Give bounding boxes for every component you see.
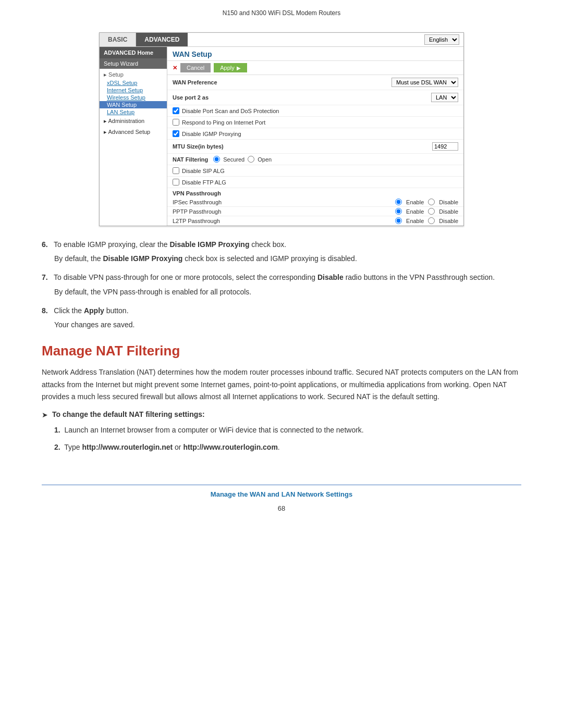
- router-sidebar: ADVANCED Home Setup Wizard ▸ Setup xDSL …: [100, 47, 167, 226]
- mtu-row: MTU Size(in bytes): [167, 140, 463, 154]
- page-header: N150 and N300 WiFi DSL Modem Routers: [0, 0, 563, 22]
- pptp-disable-radio[interactable]: [428, 208, 435, 215]
- mtu-label: MTU Size(in bytes): [173, 143, 224, 150]
- step-7-subtext: By default, the VPN pass-through is enab…: [54, 286, 521, 298]
- step-7-block: 7. To disable VPN pass-through for one o…: [42, 272, 521, 297]
- sidebar-wan-setup[interactable]: WAN Setup: [100, 101, 167, 108]
- wan-preference-select[interactable]: Must use DSL WAN: [391, 78, 458, 87]
- disable-ftp-row: Disable FTP ALG: [167, 177, 463, 188]
- router-main-panel: WAN Setup ✕ Cancel Apply ▶ WAN Preferenc…: [167, 47, 463, 226]
- pptp-disable-label: Disable: [439, 208, 458, 215]
- vpn-header: VPN Passthrough: [167, 188, 463, 198]
- task-bullet: ➤ To change the default NAT filtering se…: [42, 410, 521, 419]
- apply-button[interactable]: Apply ▶: [214, 63, 247, 72]
- step-6-block: 6. To enable IGMP proxying, clear the Di…: [42, 239, 521, 264]
- vpn-ipsec-row: IPSec Passthrough Enable Disable: [167, 198, 463, 207]
- ipsec-disable-label: Disable: [439, 199, 458, 205]
- wan-preference-value-wrap: Must use DSL WAN: [391, 78, 458, 87]
- disable-port-scan-checkbox[interactable]: [173, 107, 179, 114]
- nat-open-radio[interactable]: [248, 156, 254, 163]
- vpn-l2tp-row: L2TP Passthrough Enable Disable: [167, 216, 463, 226]
- disable-igmp-label: Disable IGMP Proxying: [182, 131, 241, 137]
- section-body-para: Network Address Translation (NAT) determ…: [42, 366, 521, 402]
- disable-igmp-row: Disable IGMP Proxying: [167, 128, 463, 140]
- use-port-label: Use port 2 as: [173, 94, 209, 101]
- vpn-pptp-controls: Enable Disable: [395, 208, 458, 215]
- footer-link: Manage the WAN and LAN Network Settings: [42, 490, 521, 498]
- vpn-ipsec-controls: Enable Disable: [395, 199, 458, 205]
- disable-sip-row: Disable SIP ALG: [167, 165, 463, 177]
- sidebar-advanced-home[interactable]: ADVANCED Home: [100, 47, 167, 58]
- disable-port-scan-label: Disable Port Scan and DoS Protection: [182, 108, 279, 114]
- disable-ftp-checkbox[interactable]: [173, 179, 179, 186]
- use-port-value-wrap: LAN: [431, 93, 458, 102]
- section-heading: Manage NAT Filtering: [42, 343, 521, 359]
- nat-open-label: Open: [258, 156, 272, 163]
- router-topnav: BASIC ADVANCED English: [100, 33, 463, 47]
- language-select-wrap: English: [424, 34, 463, 45]
- mtu-value-wrap: [432, 142, 458, 151]
- disable-sip-label: Disable SIP ALG: [182, 168, 225, 174]
- cancel-button[interactable]: Cancel: [180, 63, 211, 72]
- respond-to-ping-row: Respond to Ping on Internet Port: [167, 117, 463, 128]
- sidebar-internet-setup[interactable]: Internet Setup: [100, 87, 167, 94]
- task-arrow-icon: ➤: [42, 411, 48, 419]
- sidebar-xdsl-setup[interactable]: xDSL Setup: [100, 79, 167, 87]
- step-8-num: 8.: [42, 306, 48, 315]
- wan-preference-row: WAN Preference Must use DSL WAN: [167, 75, 463, 90]
- step-6-num: 6.: [42, 240, 48, 249]
- sidebar-lan-setup[interactable]: LAN Setup: [100, 108, 167, 116]
- sidebar-setup-section: ▸ Setup: [100, 69, 167, 79]
- use-port-row: Use port 2 as LAN: [167, 90, 463, 105]
- disable-sip-checkbox[interactable]: [173, 167, 179, 174]
- step-7-num: 7.: [42, 273, 48, 281]
- pptp-enable-radio[interactable]: [395, 208, 402, 215]
- pptp-enable-label: Enable: [406, 208, 424, 215]
- step-8-subtext: Your changes are saved.: [54, 319, 521, 330]
- language-select[interactable]: English: [424, 34, 459, 45]
- tab-advanced[interactable]: ADVANCED: [136, 33, 188, 46]
- sidebar-wireless-setup[interactable]: Wireless Setup: [100, 94, 167, 101]
- ipsec-enable-radio[interactable]: [395, 199, 402, 205]
- disable-igmp-checkbox[interactable]: [173, 130, 179, 137]
- nat-filtering-row: NAT Filtering Secured Open: [167, 154, 463, 165]
- lower-step-2: 2. Type http://www.routerlogin.net or ht…: [54, 441, 521, 453]
- tab-basic[interactable]: BASIC: [100, 33, 136, 46]
- respond-to-ping-checkbox[interactable]: [173, 119, 179, 126]
- sidebar-administration[interactable]: Administration: [100, 116, 167, 127]
- wan-setup-title: WAN Setup: [167, 47, 463, 61]
- l2tp-disable-label: Disable: [439, 218, 458, 224]
- ipsec-disable-radio[interactable]: [428, 199, 435, 205]
- router-ui-screenshot: BASIC ADVANCED English ADVANCED Home Set…: [99, 32, 464, 226]
- sidebar-setup-wizard[interactable]: Setup Wizard: [100, 58, 167, 69]
- header-title: N150 and N300 WiFi DSL Modem Routers: [223, 9, 340, 17]
- use-port-select[interactable]: LAN: [431, 93, 458, 102]
- apply-arrow-icon: ▶: [237, 65, 241, 71]
- lower-step-1: 1. Launch an Internet browser from a com…: [54, 424, 521, 436]
- step-8-block: 8. Click the Apply button. Your changes …: [42, 305, 521, 330]
- nat-secured-label: Secured: [223, 156, 244, 163]
- nav-tabs: BASIC ADVANCED: [100, 33, 188, 46]
- vpn-l2tp-label: L2TP Passthrough: [173, 218, 225, 224]
- disable-port-scan-row: Disable Port Scan and DoS Protection: [167, 105, 463, 117]
- nat-filtering-label: NAT Filtering: [173, 156, 208, 163]
- router-body: ADVANCED Home Setup Wizard ▸ Setup xDSL …: [100, 47, 463, 226]
- sidebar-advanced-setup[interactable]: Advanced Setup: [100, 127, 167, 138]
- wan-preference-label: WAN Preference: [173, 79, 217, 85]
- vpn-l2tp-controls: Enable Disable: [395, 217, 458, 224]
- mtu-input[interactable]: [432, 142, 458, 151]
- l2tp-enable-label: Enable: [406, 218, 424, 224]
- l2tp-enable-radio[interactable]: [395, 217, 402, 224]
- lower-step-2-num: 2.: [54, 443, 60, 451]
- step-8-text: 8. Click the Apply button.: [42, 305, 521, 317]
- nat-radio-group: Secured Open: [213, 156, 272, 163]
- disable-ftp-label: Disable FTP ALG: [182, 179, 226, 186]
- vpn-ipsec-label: IPSec Passthrough: [173, 199, 225, 205]
- lower-step-1-num: 1.: [54, 426, 60, 434]
- task-label: To change the default NAT filtering sett…: [52, 410, 205, 418]
- l2tp-disable-radio[interactable]: [428, 217, 435, 224]
- nat-secured-radio[interactable]: [213, 156, 220, 163]
- step-6-subtext: By default, the Disable IGMP Proxying ch…: [54, 253, 521, 264]
- ipsec-enable-label: Enable: [406, 199, 424, 205]
- vpn-pptp-label: PPTP Passthrough: [173, 208, 225, 215]
